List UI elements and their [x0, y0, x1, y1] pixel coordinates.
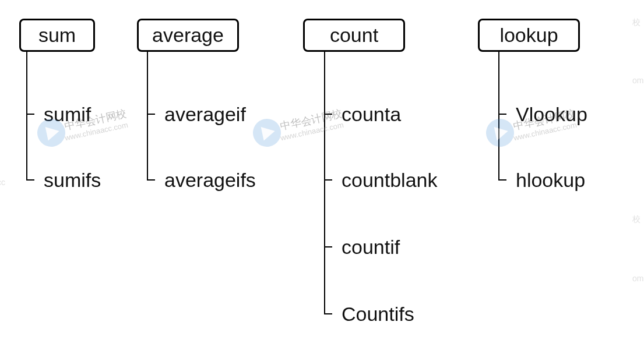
lookup-root-box: lookup: [478, 19, 580, 52]
count-branch-2: [324, 246, 332, 247]
count-child-2: countif: [342, 236, 400, 259]
count-child-1: countblank: [342, 169, 437, 192]
average-child-1: averageifs: [164, 169, 256, 192]
sum-child-1: sumifs: [44, 169, 101, 192]
average-child-0: averageif: [164, 103, 246, 126]
watermark-edge-3: 校: [632, 214, 641, 225]
average-branch-1: [147, 179, 155, 181]
function-tree-diagram: sumsumifsumifsaverageaverageifaverageifs…: [0, 0, 644, 343]
count-branch-3: [324, 313, 332, 314]
svg-point-4: [484, 116, 517, 150]
count-branch-1: [324, 179, 332, 181]
average-stem: [147, 51, 148, 179]
watermark-edge-1: om: [632, 76, 643, 85]
sum-stem: [26, 51, 27, 179]
svg-marker-1: [45, 124, 61, 140]
count-stem: [324, 51, 325, 313]
lookup-branch-0: [498, 114, 506, 115]
count-root-box: count: [303, 19, 405, 52]
lookup-branch-1: [498, 179, 506, 181]
sum-root-box: sum: [19, 19, 95, 52]
watermark-edge-4: om: [632, 274, 643, 283]
count-child-3: Countifs: [342, 303, 414, 326]
sum-branch-0: [26, 114, 34, 115]
svg-marker-3: [261, 124, 277, 140]
svg-point-2: [251, 116, 284, 150]
watermark-edge-2: cc: [0, 178, 5, 187]
svg-marker-5: [494, 124, 510, 140]
sum-branch-1: [26, 179, 34, 181]
lookup-child-1: hlookup: [516, 169, 585, 192]
count-child-0: counta: [342, 103, 401, 126]
watermark-edge-0: 校: [632, 17, 641, 28]
lookup-stem: [498, 51, 499, 179]
average-branch-0: [147, 114, 155, 115]
average-root-box: average: [137, 19, 239, 52]
